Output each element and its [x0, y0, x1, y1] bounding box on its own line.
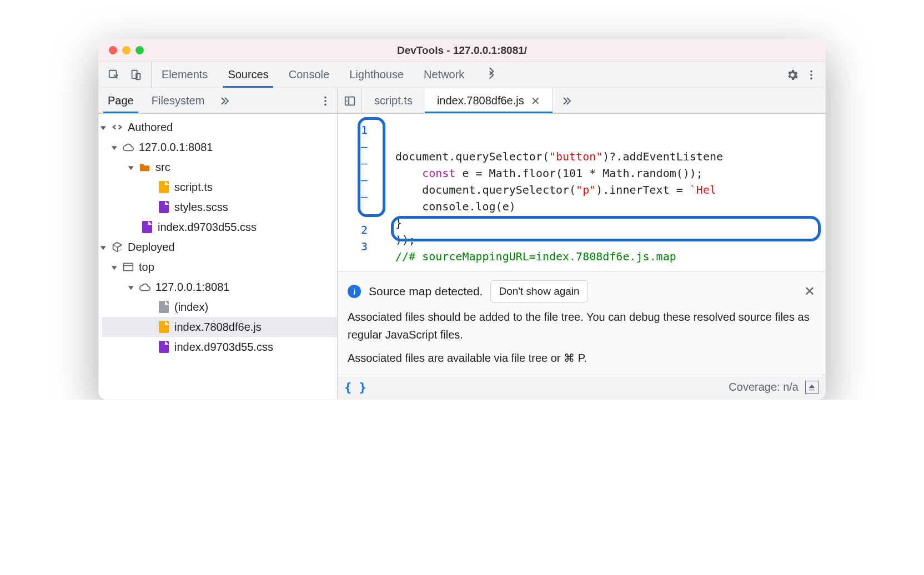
tree-authored[interactable]: Authored	[102, 117, 337, 137]
tree-host[interactable]: 127.0.0.1:8081	[102, 137, 337, 157]
toggle-navigator-icon[interactable]	[338, 88, 362, 113]
editor-tab-script-ts[interactable]: script.ts	[362, 88, 425, 113]
code-icon	[111, 121, 123, 133]
more-menu-icon[interactable]	[802, 65, 821, 84]
svg-rect-9	[124, 263, 133, 270]
mac-titlebar: DevTools - 127.0.0.1:8081/	[99, 39, 825, 62]
tree-file-index-html[interactable]: (index)	[102, 297, 337, 317]
tree-file-index-css-authored[interactable]: index.d9703d55.css	[102, 217, 337, 237]
nav-tabs-overflow-icon[interactable]	[213, 88, 235, 113]
svg-point-8	[324, 103, 327, 105]
file-icon	[158, 181, 170, 193]
tree-top[interactable]: top	[102, 257, 337, 277]
devtools-main-tabs: Elements Sources Console Lighthouse Netw…	[152, 62, 509, 88]
editor-tabs-overflow-icon[interactable]	[553, 88, 580, 113]
pretty-print-icon[interactable]: { }	[344, 380, 366, 394]
tab-elements[interactable]: Elements	[152, 62, 218, 88]
tree-file-index-js[interactable]: index.7808df6e.js	[102, 317, 337, 337]
file-tree[interactable]: Authored 127.0.0.1:8081 src	[99, 114, 337, 399]
close-tab-icon[interactable]: ✕	[531, 94, 540, 108]
cloud-icon	[122, 141, 134, 153]
tab-network[interactable]: Network	[414, 62, 474, 88]
tree-host-deployed[interactable]: 127.0.0.1:8081	[102, 277, 337, 297]
box-icon	[111, 241, 123, 253]
svg-point-7	[324, 100, 327, 102]
navigator-pane: Page Filesystem Authored	[99, 88, 338, 399]
nav-tab-page[interactable]: Page	[99, 88, 143, 113]
file-icon	[141, 221, 153, 233]
svg-point-3	[810, 70, 812, 72]
file-icon	[158, 341, 170, 353]
sources-content: Page Filesystem Authored	[99, 88, 825, 399]
tab-lighthouse[interactable]: Lighthouse	[339, 62, 414, 88]
tree-file-index-css-deployed[interactable]: index.d9703d55.css	[102, 337, 337, 357]
svg-point-5	[810, 77, 812, 79]
info-icon: i	[348, 285, 361, 298]
editor-tabs: script.ts index.7808df6e.js ✕	[338, 88, 825, 114]
tab-sources[interactable]: Sources	[218, 62, 278, 88]
dont-show-again-button[interactable]: Don't show again	[490, 280, 587, 302]
devtools-toolbar: Elements Sources Console Lighthouse Netw…	[99, 62, 825, 88]
frame-icon	[122, 261, 134, 273]
code-viewer[interactable]: 1 – – – – 2 3 document.querySelector("bu…	[338, 114, 825, 271]
devtools-window: DevTools - 127.0.0.1:8081/ Elements Sour…	[98, 39, 826, 400]
tab-console[interactable]: Console	[279, 62, 339, 88]
source-map-infobar: i Source map detected. Don't show again …	[338, 271, 825, 375]
infobar-title: Source map detected.	[369, 285, 483, 298]
line-gutter[interactable]: 1 – – – – 2 3	[338, 114, 391, 271]
device-toolbar-icon[interactable]	[127, 65, 145, 84]
tree-file-styles-scss[interactable]: styles.scss	[102, 197, 337, 217]
nav-more-icon[interactable]	[319, 88, 337, 113]
file-icon	[158, 301, 170, 313]
inspect-element-icon[interactable]	[104, 65, 123, 84]
folder-icon	[139, 161, 151, 173]
tree-src-folder[interactable]: src	[102, 157, 337, 177]
settings-gear-icon[interactable]	[783, 65, 802, 84]
show-debugger-icon[interactable]	[805, 381, 818, 394]
file-icon	[158, 201, 170, 213]
infobar-text-2: Associated files are available via file …	[348, 349, 815, 367]
tabs-overflow-icon[interactable]	[474, 62, 509, 88]
editor-tab-index-js[interactable]: index.7808df6e.js ✕	[425, 88, 553, 113]
code-text[interactable]: document.querySelector("button")?.addEve…	[391, 114, 825, 271]
file-icon	[158, 321, 170, 333]
nav-tab-filesystem[interactable]: Filesystem	[143, 88, 214, 113]
infobar-close-icon[interactable]: ✕	[804, 284, 815, 299]
tree-deployed[interactable]: Deployed	[102, 237, 337, 257]
svg-point-4	[810, 74, 812, 76]
cloud-icon	[139, 281, 151, 293]
svg-point-6	[324, 96, 327, 98]
editor-statusbar: { } Coverage: n/a	[338, 375, 825, 399]
coverage-label: Coverage: n/a	[729, 381, 805, 394]
navigator-tabs: Page Filesystem	[99, 88, 337, 114]
window-title: DevTools - 127.0.0.1:8081/	[99, 44, 825, 57]
editor-pane: script.ts index.7808df6e.js ✕ 1 – – – –	[338, 88, 825, 399]
infobar-text-1: Associated files should be added to the …	[348, 308, 815, 344]
tree-file-script-ts[interactable]: script.ts	[102, 177, 337, 197]
